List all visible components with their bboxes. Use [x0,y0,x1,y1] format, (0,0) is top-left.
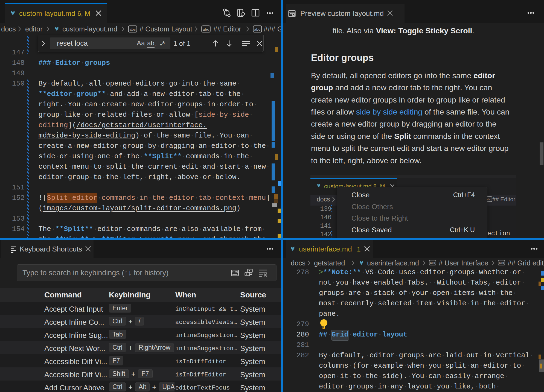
svg-text:abc: abc [203,27,209,31]
svg-text:abc: abc [129,27,136,31]
svg-text:abc: abc [499,261,504,264]
svg-text:abc: abc [254,27,261,31]
svg-text:abc: abc [430,261,435,264]
